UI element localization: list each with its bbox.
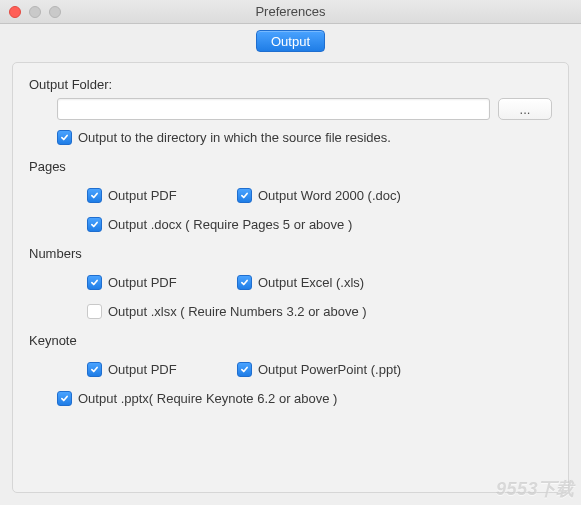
minimize-icon[interactable]: [29, 6, 41, 18]
keynote-ppt-checkbox[interactable]: [237, 362, 252, 377]
numbers-xls-label: Output Excel (.xls): [258, 275, 364, 290]
pages-pdf-label: Output PDF: [108, 188, 177, 203]
tab-output[interactable]: Output: [256, 30, 325, 52]
numbers-xlsx-checkbox[interactable]: [87, 304, 102, 319]
titlebar: Preferences: [0, 0, 581, 24]
keynote-pptx-label: Output .pptx( Require Keynote 6.2 or abo…: [78, 391, 337, 406]
close-icon[interactable]: [9, 6, 21, 18]
keynote-header: Keynote: [29, 333, 552, 348]
pages-docx-label: Output .docx ( Require Pages 5 or above …: [108, 217, 352, 232]
keynote-pptx-checkbox[interactable]: [57, 391, 72, 406]
preferences-window: Preferences Output Output Folder: ... Ou…: [0, 0, 581, 505]
same-dir-checkbox[interactable]: [57, 130, 72, 145]
browse-button[interactable]: ...: [498, 98, 552, 120]
keynote-pdf-label: Output PDF: [108, 362, 177, 377]
maximize-icon[interactable]: [49, 6, 61, 18]
content-pane: Output Folder: ... Output to the directo…: [12, 62, 569, 493]
numbers-xls-checkbox[interactable]: [237, 275, 252, 290]
numbers-xlsx-label: Output .xlsx ( Reuire Numbers 3.2 or abo…: [108, 304, 367, 319]
window-title: Preferences: [0, 4, 581, 19]
pages-doc-checkbox[interactable]: [237, 188, 252, 203]
output-folder-label: Output Folder:: [29, 77, 552, 92]
same-dir-label: Output to the directory in which the sou…: [78, 130, 391, 145]
numbers-pdf-checkbox[interactable]: [87, 275, 102, 290]
pages-header: Pages: [29, 159, 552, 174]
pages-doc-label: Output Word 2000 (.doc): [258, 188, 401, 203]
window-controls: [0, 6, 61, 18]
numbers-pdf-label: Output PDF: [108, 275, 177, 290]
output-folder-input[interactable]: [57, 98, 490, 120]
keynote-ppt-label: Output PowerPoint (.ppt): [258, 362, 401, 377]
toolbar: Output: [0, 24, 581, 56]
keynote-pdf-checkbox[interactable]: [87, 362, 102, 377]
pages-pdf-checkbox[interactable]: [87, 188, 102, 203]
pages-docx-checkbox[interactable]: [87, 217, 102, 232]
numbers-header: Numbers: [29, 246, 552, 261]
